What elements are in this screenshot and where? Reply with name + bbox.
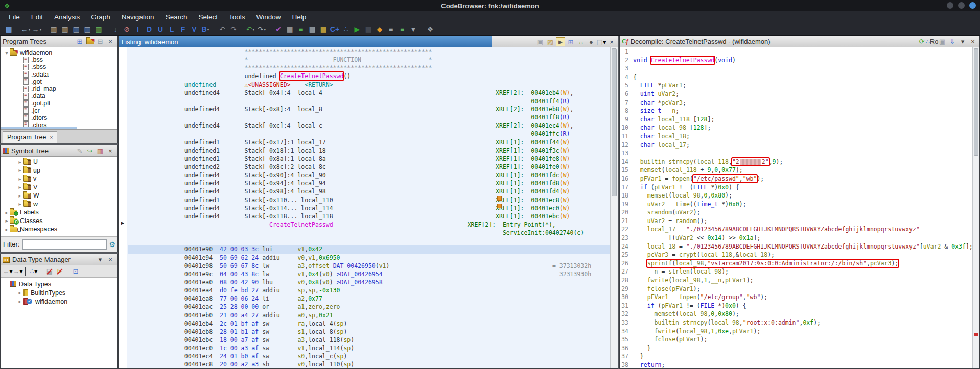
close-icon[interactable]: × <box>106 255 115 264</box>
clear-code-icon[interactable]: ⊘ <box>122 24 132 34</box>
diamond-icon[interactable]: ◆ <box>375 24 385 34</box>
tree-item--got[interactable]: .got <box>1 78 117 85</box>
decompile-line[interactable]: 2void CreateTelnetPasswd(void) <box>620 56 972 65</box>
expand-arrow-icon[interactable]: ▸ <box>17 167 23 173</box>
expand-arrow-icon[interactable]: ▸ <box>4 210 10 215</box>
edit-fields-icon[interactable]: ⊞ <box>566 37 575 46</box>
filter-icon[interactable]: ▼ <box>408 24 418 34</box>
listing-line[interactable]: undefined4 Stack[-0x8]:4 local_8 XREF[2]… <box>128 105 610 113</box>
goto-symbol-icon[interactable]: ↪ <box>85 146 95 156</box>
collapse-arrow-icon[interactable]: ▾ <box>4 50 10 56</box>
decompile-line[interactable]: 23 [(uVar2 << 0x14) >> 0x1a]; <box>620 234 972 242</box>
listing-line[interactable]: undefined1 Stack[-0x17]:1 local_17 XREF[… <box>128 138 610 146</box>
tree-item-v[interactable]: ▸V <box>1 183 117 192</box>
decompile-line[interactable]: 37 } <box>620 352 972 361</box>
listing-scrollbar[interactable] <box>610 47 618 368</box>
save-icon[interactable]: ▤ <box>4 24 14 34</box>
listing-line[interactable]: 00401ea4 d0 fe bd 27 addiu sp,sp,-0x130 <box>128 286 610 294</box>
listing-line[interactable]: 00401ec8 20 00 a2 a3 sb v0,local 110(sp) <box>128 360 610 368</box>
menu-item-analysis[interactable]: Analysis <box>49 12 85 22</box>
decompile-line[interactable]: 18 memset(local_98,0,0x80); <box>620 191 972 200</box>
data-type-u-icon[interactable]: U <box>155 24 166 34</box>
data-type-f-icon[interactable]: F <box>178 24 188 34</box>
tree-item-wifidaemon[interactable]: ▸✓wifidaemon <box>1 297 117 306</box>
decompile-line[interactable]: 28 fwrite(local_98,1,__n,pFVar1); <box>620 276 972 285</box>
filter-gear-icon[interactable]: ⚙ <box>109 240 116 249</box>
expand-arrow-icon[interactable]: ▸ <box>17 290 23 296</box>
listing-line[interactable]: undefined1 Stack[-0x8a]:1 local_8a XREF[… <box>128 155 610 163</box>
maximize-button[interactable] <box>958 2 965 9</box>
key-icon[interactable]: ❖ <box>425 24 435 34</box>
expand-arrow-icon[interactable]: ▸ <box>17 299 23 304</box>
menu-dropdown-icon[interactable]: ▾ <box>96 255 105 264</box>
data-type-v-icon[interactable]: V <box>189 24 199 34</box>
decompile-line[interactable]: 33 builtin_strncpy(local_98,"root:x:0:ad… <box>620 318 972 327</box>
tree-item--rld-map[interactable]: .rld_map <box>1 85 117 92</box>
tree-item-data-types[interactable]: Data Types <box>1 280 117 288</box>
tree-item--bss[interactable]: .bss <box>1 56 117 63</box>
disassemble-icon[interactable]: ↓ <box>110 24 121 34</box>
filter-arrays-off-icon[interactable]: ▤ <box>45 267 54 276</box>
listing-line[interactable]: 00401e94 50 69 62 24 addiu v0,v1,0x6950 <box>128 254 610 262</box>
decompile-line[interactable]: 24 local_18 = "./0123456789ABCDEFGHIJKLM… <box>620 242 972 251</box>
validate-icon[interactable]: ✔ <box>273 24 284 34</box>
menu-item-edit[interactable]: Edit <box>26 12 49 22</box>
paste-icon[interactable]: ▨ <box>546 37 555 46</box>
tree-item-wifidaemon[interactable]: ▾wifidaemon <box>1 49 117 56</box>
rose-graph-icon[interactable]: ∴Ro <box>927 37 937 46</box>
listing-line[interactable]: * FUNCTION * <box>128 56 610 64</box>
memory-map-icon-2[interactable]: ▥ <box>60 24 70 34</box>
undo-icon[interactable]: ↶▾ <box>245 24 255 34</box>
listing-line[interactable]: undefined4 Stack[-0x98]:4 local_98 XREF[… <box>128 187 610 195</box>
expand-tree-icon[interactable]: ⊟ <box>96 37 105 46</box>
data-type-l-icon[interactable]: L <box>167 24 177 34</box>
close-button[interactable] <box>969 2 976 9</box>
memory-view-icon[interactable]: ▦ <box>363 24 374 34</box>
conflict-mode-icon[interactable]: ∴▾ <box>29 267 38 276</box>
decompile-line[interactable]: 6 uint uVar2; <box>620 90 972 99</box>
listing-line[interactable]: 00401eb0 21 00 a4 27 addiu a0,sp,0x21 <box>128 311 610 319</box>
tree-item-w[interactable]: ▸w <box>1 200 117 209</box>
notes-icon[interactable]: ▤ <box>307 24 317 34</box>
listing-line[interactable]: undefined1 Stack[-0x110... local_110 XRE… <box>128 196 610 204</box>
redo-icon[interactable]: ↷▾ <box>256 24 267 34</box>
listing-line[interactable]: 00401ff4(R) <box>128 97 610 105</box>
decompile-line[interactable]: 4{ <box>620 73 972 82</box>
dtm-header[interactable]: DT Data Type Manager ▾× <box>1 254 117 265</box>
export-icon[interactable]: ⇓ <box>948 37 957 46</box>
decompile-line[interactable]: 8 size_t __n; <box>620 107 972 115</box>
graph-icon[interactable]: ∴ <box>341 24 351 34</box>
expand-arrow-icon[interactable]: ▸ <box>17 201 23 207</box>
listing-line[interactable]: undefined4 Stack[-0x4]:4 local_4 XREF[2]… <box>128 89 610 97</box>
expand-arrow-icon[interactable]: ▸ <box>17 193 23 199</box>
tree-item-builtintypes[interactable]: ▸BuiltInTypes <box>1 288 117 297</box>
open-folder-icon[interactable] <box>85 37 95 46</box>
listing-line[interactable]: CreateTelnetPasswd XREF[2]: Entry Point(… <box>128 220 610 229</box>
decompile-line[interactable]: 22 local_17 = "./0123456789ABCDEFGHIJKLM… <box>620 225 972 234</box>
decompile-line[interactable]: 30 pFVar1 = fopen("/etc/group","wb"); <box>620 293 972 302</box>
decompile-line[interactable]: 10 char local_98 [128]; <box>620 124 972 132</box>
decompile-line[interactable]: 12 char local_17; <box>620 141 972 150</box>
data-type-d-icon[interactable]: D <box>144 24 154 34</box>
close-icon[interactable]: × <box>968 37 977 46</box>
tree-item--dtors[interactable]: .dtors <box>1 114 117 121</box>
listing-line[interactable]: 00401e9c 04 00 43 8c lw v1,0x4(v0)=>DAT_… <box>128 270 610 278</box>
listing-line[interactable]: 00401ec4 24 01 b0 af sw s0,local_c(sp) <box>128 352 610 360</box>
hex-view-icon[interactable]: ▦ <box>285 24 295 34</box>
menu-item-tools[interactable]: Tools <box>223 12 251 22</box>
tree-item--jcr[interactable]: .jcr <box>1 107 117 114</box>
menu-item-graph[interactable]: Graph <box>85 12 116 22</box>
tree-item-labels[interactable]: ▸Labels <box>1 208 117 217</box>
decompile-line[interactable]: 29 fclose(pFVar1); <box>620 285 972 293</box>
tree-item-u[interactable]: ▸U <box>1 158 117 166</box>
listing-line[interactable]: undefined1 Stack[-0x18]:1 local_18 XREF[… <box>128 146 610 155</box>
decompile-line[interactable]: 16 pFVar1 = fopen("/etc/passwd","wb"); <box>620 175 972 183</box>
close-icon[interactable]: × <box>106 37 115 46</box>
refresh-icon[interactable]: ⟳ <box>917 37 926 46</box>
listing-header[interactable]: Listing: wifidaemon <box>119 36 492 47</box>
memory-green-icon[interactable]: ▥ <box>94 24 104 34</box>
tree-item--sdata[interactable]: .sdata <box>1 71 117 78</box>
minimize-button[interactable] <box>947 2 953 9</box>
new-window-icon[interactable]: ⊞ <box>75 37 84 46</box>
expand-arrow-icon[interactable]: ▸ <box>17 176 23 182</box>
